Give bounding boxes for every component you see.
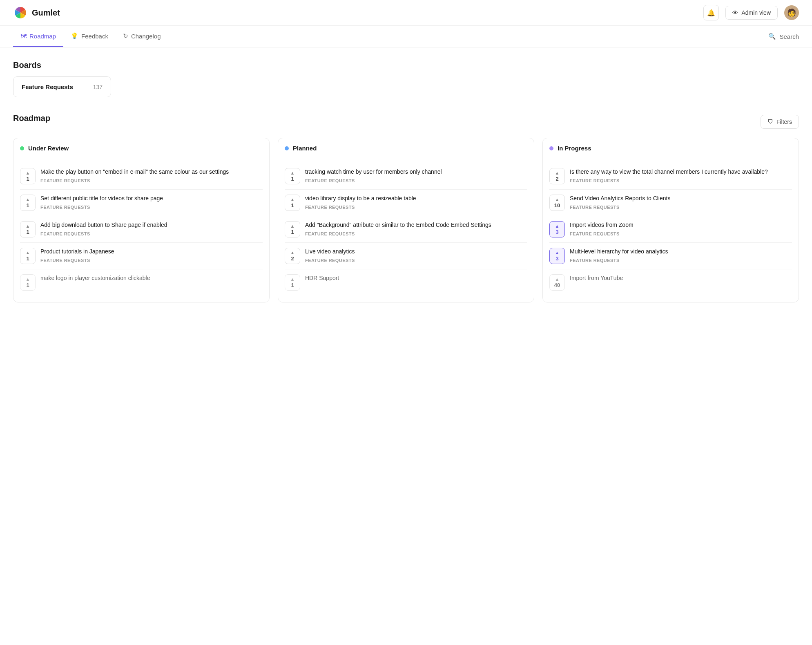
card-content: tracking watch time by user for members … [305, 168, 527, 183]
vote-arrow: ▲ [290, 171, 295, 175]
card-under-review-2[interactable]: ▲ 1 Add big download button to Share pag… [20, 216, 263, 243]
card-tag: FEATURE REQUESTS [570, 258, 792, 263]
card-planned-0[interactable]: ▲ 1 tracking watch time by user for memb… [285, 163, 527, 190]
card-title: Multi-level hierarchy for video analytic… [570, 248, 792, 256]
vote-button-under-review-1[interactable]: ▲ 1 [20, 195, 36, 211]
board-card-feature-requests[interactable]: Feature Requests 137 [13, 76, 111, 97]
vote-arrow: ▲ [555, 197, 560, 202]
vote-button-planned-2[interactable]: ▲ 1 [285, 221, 300, 237]
card-content: Product tutorials in Japanese FEATURE RE… [40, 248, 263, 263]
vote-button-in-progress-2[interactable]: ▲ 3 [549, 221, 565, 237]
column-header-planned: Planned [285, 145, 527, 157]
search-icon: 🔍 [768, 33, 776, 40]
vote-button-in-progress-0[interactable]: ▲ 2 [549, 168, 565, 184]
vote-arrow: ▲ [26, 251, 30, 255]
vote-button-under-review-0[interactable]: ▲ 1 [20, 168, 36, 184]
vote-count: 1 [26, 229, 29, 235]
card-title: video library display to be a resizeable… [305, 195, 527, 203]
card-content: Import videos from Zoom FEATURE REQUESTS [570, 221, 792, 236]
roadmap-columns: Under Review ▲ 1 Make the play button on… [13, 138, 799, 302]
roadmap-icon: 🗺 [20, 33, 27, 40]
card-under-review-3[interactable]: ▲ 1 Product tutorials in Japanese FEATUR… [20, 243, 263, 269]
vote-count: 1 [291, 229, 294, 235]
card-in-progress-3[interactable]: ▲ 3 Multi-level hierarchy for video anal… [549, 243, 792, 269]
card-content: make logo in player customization clicka… [40, 274, 263, 284]
card-planned-3[interactable]: ▲ 2 Live video analytics FEATURE REQUEST… [285, 243, 527, 269]
card-content: Add big download button to Share page if… [40, 221, 263, 236]
card-title: Import from YouTube [570, 274, 792, 282]
card-in-progress-0[interactable]: ▲ 2 Is there any way to view the total c… [549, 163, 792, 190]
nav-label-feedback: Feedback [81, 33, 108, 40]
card-in-progress-4[interactable]: ▲ 40 Import from YouTube [549, 269, 792, 296]
nav-item-feedback[interactable]: 💡 Feedback [63, 26, 116, 47]
card-under-review-1[interactable]: ▲ 1 Set different public title for video… [20, 190, 263, 216]
vote-button-in-progress-3[interactable]: ▲ 3 [549, 248, 565, 264]
vote-count: 1 [26, 176, 29, 181]
nav-label-changelog: Changelog [131, 33, 161, 40]
card-in-progress-2[interactable]: ▲ 3 Import videos from Zoom FEATURE REQU… [549, 216, 792, 243]
roadmap-header: Roadmap ⛉ Filters [13, 114, 799, 130]
vote-button-under-review-4[interactable]: ▲ 1 [20, 274, 36, 291]
card-tag: FEATURE REQUESTS [40, 178, 263, 183]
vote-button-planned-0[interactable]: ▲ 1 [285, 168, 300, 184]
card-planned-4[interactable]: ▲ 1 HDR Support [285, 269, 527, 296]
card-planned-2[interactable]: ▲ 1 Add "Background" attribute or simila… [285, 216, 527, 243]
boards-grid: Feature Requests 137 [13, 76, 799, 97]
card-title: Product tutorials in Japanese [40, 248, 263, 256]
admin-view-button[interactable]: 👁 Admin view [725, 6, 778, 20]
avatar[interactable]: 🧑 [784, 5, 799, 20]
main-content: Boards Feature Requests 137 Roadmap ⛉ Fi… [0, 47, 812, 316]
boards-section-title: Boards [13, 60, 799, 70]
vote-button-under-review-3[interactable]: ▲ 1 [20, 248, 36, 264]
card-tag: FEATURE REQUESTS [40, 205, 263, 210]
vote-arrow: ▲ [290, 197, 295, 202]
search-button[interactable]: 🔍 Search [768, 28, 799, 45]
card-tag: FEATURE REQUESTS [570, 178, 792, 183]
card-tag: FEATURE REQUESTS [305, 178, 527, 183]
filters-button[interactable]: ⛉ Filters [761, 115, 799, 129]
header-left: Gumlet [13, 5, 60, 20]
card-content: Send Video Analytics Reports to Clients … [570, 195, 792, 210]
admin-view-label: Admin view [741, 9, 771, 16]
vote-arrow: ▲ [26, 171, 30, 175]
card-in-progress-1[interactable]: ▲ 10 Send Video Analytics Reports to Cli… [549, 190, 792, 216]
column-title-under-review: Under Review [28, 145, 69, 152]
vote-button-planned-1[interactable]: ▲ 1 [285, 195, 300, 211]
nav-item-roadmap[interactable]: 🗺 Roadmap [13, 26, 63, 47]
vote-count: 1 [26, 203, 29, 208]
card-tag: FEATURE REQUESTS [570, 231, 792, 236]
card-title: Set different public title for videos fo… [40, 195, 263, 203]
card-under-review-0[interactable]: ▲ 1 Make the play button on "embed in e-… [20, 163, 263, 190]
vote-arrow: ▲ [26, 277, 30, 282]
card-planned-1[interactable]: ▲ 1 video library display to be a resize… [285, 190, 527, 216]
card-title: Is there any way to view the total chann… [570, 168, 792, 176]
vote-button-under-review-2[interactable]: ▲ 1 [20, 221, 36, 237]
nav-label-roadmap: Roadmap [29, 33, 56, 40]
vote-button-in-progress-1[interactable]: ▲ 10 [549, 195, 565, 211]
vote-count: 3 [555, 256, 558, 261]
card-title: Send Video Analytics Reports to Clients [570, 195, 792, 203]
vote-arrow: ▲ [26, 197, 30, 202]
column-under-review: Under Review ▲ 1 Make the play button on… [13, 138, 270, 302]
vote-arrow: ▲ [555, 277, 560, 282]
vote-button-in-progress-4[interactable]: ▲ 40 [549, 274, 565, 291]
card-content: Import from YouTube [570, 274, 792, 284]
vote-count: 2 [291, 256, 294, 261]
feedback-icon: 💡 [71, 32, 78, 40]
logo-text: Gumlet [32, 8, 60, 18]
card-content: video library display to be a resizeable… [305, 195, 527, 210]
status-dot-planned [285, 146, 289, 150]
vote-count: 1 [26, 282, 29, 288]
card-tag: FEATURE REQUESTS [305, 205, 527, 210]
card-title: tracking watch time by user for members … [305, 168, 527, 176]
notification-bell-button[interactable]: 🔔 [703, 5, 719, 20]
card-title: Add "Background" attribute or similar to… [305, 221, 527, 229]
card-title: Add big download button to Share page if… [40, 221, 263, 229]
header-right: 🔔 👁 Admin view 🧑 [703, 5, 799, 20]
vote-button-planned-4[interactable]: ▲ 1 [285, 274, 300, 291]
nav-item-changelog[interactable]: ↻ Changelog [116, 26, 168, 47]
vote-button-planned-3[interactable]: ▲ 2 [285, 248, 300, 264]
card-tag: FEATURE REQUESTS [305, 258, 527, 263]
nav-left: 🗺 Roadmap 💡 Feedback ↻ Changelog [13, 26, 168, 47]
card-under-review-4[interactable]: ▲ 1 make logo in player customization cl… [20, 269, 263, 296]
